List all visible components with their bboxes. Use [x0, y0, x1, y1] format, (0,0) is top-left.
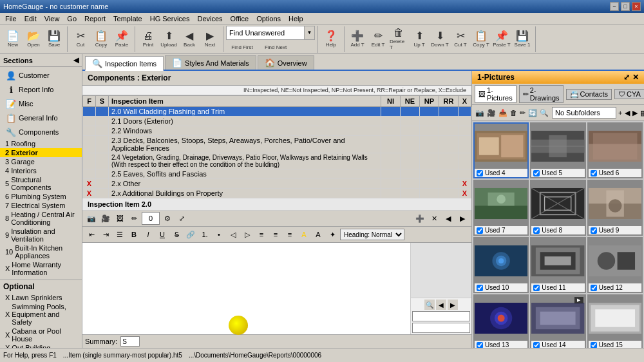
pic-checkbox-14[interactable] — [533, 342, 540, 348]
menu-report[interactable]: Report — [80, 13, 109, 24]
subfolder-input[interactable] — [552, 107, 616, 119]
outdent-btn[interactable]: ⇥ — [99, 228, 112, 241]
paste-t-button[interactable]: 📌Paste T — [491, 26, 512, 52]
link-btn[interactable]: 🔗 — [184, 228, 197, 241]
copy-t-button[interactable]: 📋Copy T — [471, 26, 491, 52]
zoom-btn[interactable]: 🔍 — [424, 300, 435, 310]
nav-item-roofing[interactable]: 1Roofing — [0, 139, 82, 148]
table-row[interactable]: 2.2 Windows — [83, 126, 471, 136]
highlight-btn[interactable]: A — [298, 228, 310, 241]
nav-item-plumbing[interactable]: 6Plumbing System — [0, 192, 82, 201]
arrow-right-btn[interactable]: ▶ — [456, 212, 469, 225]
paste-button[interactable]: 📌Paste — [111, 26, 132, 52]
back-button[interactable]: ◀Back — [179, 26, 200, 52]
nav-item-insulation[interactable]: 9Insulation and Ventilation — [0, 227, 82, 243]
sidebar-item-report-info[interactable]: ℹ Report Info — [3, 82, 79, 97]
pic-checkbox-5[interactable] — [533, 170, 540, 176]
menu-help[interactable]: Help — [285, 13, 307, 24]
tab-overview[interactable]: 🏠 Overview — [258, 55, 314, 70]
pic-camera-btn[interactable]: 📷 — [475, 106, 485, 119]
align-center-btn[interactable]: ≡ — [269, 228, 282, 241]
pic-add-folder-btn[interactable]: + — [618, 106, 623, 119]
draw-btn[interactable]: ✏ — [128, 212, 140, 225]
bullet-list-btn[interactable]: • — [213, 228, 225, 241]
settings-btn[interactable]: ⚙ — [161, 212, 174, 225]
increase-indent-btn[interactable]: ▷ — [241, 228, 254, 241]
optional-item-pools[interactable]: XSwimming Pools, Equipment and Safety — [0, 302, 82, 327]
picture-item-11[interactable]: Used 11 — [530, 237, 585, 293]
menu-office[interactable]: Office — [227, 13, 253, 24]
indent-btn[interactable]: ⇤ — [85, 228, 98, 241]
prev-img-btn[interactable]: ◀ — [436, 300, 446, 310]
nav-item-warranty[interactable]: XHome Warranty Information — [0, 260, 82, 277]
pic-nav1-btn[interactable]: ◀ — [624, 106, 630, 119]
decrease-indent-btn[interactable]: ◁ — [227, 228, 240, 241]
nav-item-interiors[interactable]: 4Interiors — [0, 166, 82, 175]
menu-file[interactable]: File — [1, 13, 21, 24]
add-btn[interactable]: ➕ — [413, 212, 426, 225]
up-t-button[interactable]: ⬆Up T — [409, 26, 430, 52]
nav-item-structural[interactable]: 5Structural Components — [0, 175, 82, 192]
pic-checkbox-12[interactable] — [591, 285, 597, 291]
pic-edit-btn[interactable]: ✏ — [519, 106, 526, 119]
optional-item-cabana[interactable]: XCabana or Pool House — [0, 327, 82, 343]
underline-btn[interactable]: U — [156, 228, 169, 241]
pic-checkbox-4[interactable] — [477, 170, 483, 176]
find-next-button[interactable]: Find Next — [260, 41, 292, 53]
menu-edit[interactable]: Edit — [21, 13, 41, 24]
italic-btn[interactable]: I — [142, 228, 155, 241]
maximize-button[interactable]: □ — [621, 2, 630, 11]
pic-expand-btn[interactable]: ⤢ — [623, 73, 630, 82]
open-button[interactable]: 📂Open — [23, 26, 44, 52]
sidebar-item-misc[interactable]: 📝 Misc — [3, 97, 79, 111]
menu-template[interactable]: Template — [109, 13, 146, 24]
tab-inspection-items[interactable]: 🔍 Inspection Items — [85, 56, 164, 71]
pic-delete-btn[interactable]: 🗑 — [509, 106, 518, 119]
pic-checkbox-6[interactable] — [591, 170, 597, 176]
find-first-button[interactable]: Find First — [226, 41, 258, 53]
table-row[interactable]: X 2.x Other X — [83, 179, 471, 189]
align-right-btn[interactable]: ≡ — [283, 228, 296, 241]
pic-tab-contacts[interactable]: 📇 Contacts — [566, 89, 612, 100]
down-t-button[interactable]: ⬇Down T — [430, 26, 450, 52]
pic-checkbox-13[interactable] — [477, 342, 483, 348]
nav-item-electrical[interactable]: 7Electrical System — [0, 201, 82, 210]
nav-item-garage[interactable]: 3Garage — [0, 157, 82, 166]
pic-checkbox-10[interactable] — [477, 285, 483, 291]
list-btn[interactable]: ☰ — [113, 228, 126, 241]
table-row[interactable]: 2.4 Vegetation, Grading, Drainage, Drive… — [83, 153, 471, 169]
cut-button[interactable]: ✂Cut — [70, 26, 91, 52]
menu-go[interactable]: Go — [63, 13, 80, 24]
picture-item-10[interactable]: Used 10 — [473, 237, 529, 293]
new-button[interactable]: 📄New — [3, 26, 23, 52]
search-input[interactable] — [227, 28, 304, 38]
edit-t-button[interactable]: ✏Edit T — [368, 26, 388, 52]
print-button[interactable]: 🖨Print — [138, 26, 158, 52]
picture-item-6[interactable]: Used 6 — [587, 122, 643, 178]
pic-nav2-btn[interactable]: ▶ — [632, 106, 638, 119]
font-color-btn[interactable]: A — [312, 228, 325, 241]
cut-t-button[interactable]: ✂Cut T — [450, 26, 471, 52]
counter-btn[interactable]: 0 — [142, 212, 160, 225]
table-row[interactable]: 2.5 Eaves, Soffits and Fascias — [83, 169, 471, 179]
table-row[interactable]: 2.0 Wall Cladding Flashing and Trim — [83, 107, 471, 117]
nav-item-kitchen[interactable]: 10Built-In Kitchen Appliances — [0, 243, 82, 260]
pic-checkbox-8[interactable] — [533, 227, 540, 234]
pic-tab-pictures[interactable]: 🖼 1-Pictures — [475, 85, 516, 103]
pic-grid-btn[interactable]: ▦ — [639, 106, 644, 119]
pic-close-btn[interactable]: ✕ — [632, 73, 639, 82]
sections-collapse-icon[interactable]: ◀ — [73, 56, 79, 64]
picture-item-8[interactable]: Used 8 — [530, 180, 585, 236]
num-list-btn[interactable]: 1. — [198, 228, 211, 241]
table-row[interactable]: X 2.x Additional Buildings on Property X — [83, 189, 471, 198]
picture-item-15[interactable]: Used 15 — [587, 294, 643, 348]
bold-btn[interactable]: B — [128, 228, 140, 241]
expand-btn[interactable]: ⤢ — [175, 212, 188, 225]
upload-button[interactable]: ⬆Upload — [158, 26, 179, 52]
picture-item-13[interactable]: Used 13 — [473, 294, 529, 348]
menu-view[interactable]: View — [41, 13, 64, 24]
nav-item-exterior[interactable]: 2Exterior — [0, 148, 82, 157]
close-button[interactable]: × — [632, 2, 641, 11]
next-button[interactable]: ▶Next — [200, 26, 220, 52]
menu-devices[interactable]: Devices — [193, 13, 226, 24]
